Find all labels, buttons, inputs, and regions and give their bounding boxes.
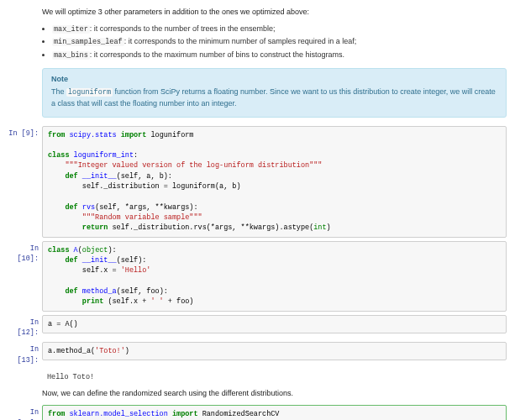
output-cell: Hello Toto! — [8, 370, 507, 386]
param-text: : it corresponds to the number of trees … — [90, 24, 276, 33]
input-prompt: In [12]: — [8, 315, 42, 339]
note-title: Note — [51, 74, 497, 86]
code-input[interactable]: a.method_a('Toto!') — [42, 342, 507, 360]
param-code: max_bins — [52, 51, 90, 60]
param-code: max_iter — [52, 25, 90, 34]
code-cell[interactable]: In [14]: from sklearn.model_selection im… — [8, 405, 507, 420]
input-prompt: In [14]: — [8, 405, 42, 420]
outro-text: Now, we can define the randomized search… — [42, 388, 507, 400]
code-block: a = A() — [48, 319, 501, 329]
code-cell[interactable]: In [12]: a = A() — [8, 315, 507, 339]
code-block: from sklearn.model_selection import Rand… — [48, 409, 501, 420]
list-item: max_bins: it corresponds to the maximum … — [52, 50, 507, 61]
code-input[interactable]: from sklearn.model_selection import Rand… — [42, 405, 507, 420]
note-body: The loguniform function from SciPy retur… — [51, 87, 497, 109]
note-box: Note The loguniform function from SciPy … — [42, 68, 507, 118]
code-cell[interactable]: In [9]: from scipy.stats import logunifo… — [8, 126, 507, 238]
list-item: min_samples_leaf: it corresponds to the … — [52, 36, 507, 48]
output-prompt — [8, 370, 42, 372]
param-code: min_samples_leaf — [52, 38, 124, 46]
intro-text: We will optimize 3 other parameters in a… — [42, 7, 507, 18]
code-cell[interactable]: In [13]: a.method_a('Toto!') — [8, 342, 507, 366]
note-code: loguniform — [66, 88, 113, 97]
params-list: max_iter: it corresponds to the number o… — [52, 24, 507, 61]
input-prompt: In [13]: — [8, 342, 42, 366]
code-block: a.method_a('Toto!') — [48, 346, 501, 356]
code-input[interactable]: class A(object): def __init__(self): sel… — [42, 241, 507, 312]
note-text: The — [51, 87, 66, 96]
input-prompt: In [10]: — [8, 241, 42, 265]
note-text: function from SciPy returns a floating n… — [51, 87, 496, 108]
param-text: : it corresponds to the minimum number o… — [124, 37, 357, 45]
output-text: Hello Toto! — [42, 370, 507, 386]
code-block: from scipy.stats import loguniform class… — [48, 130, 501, 234]
code-input[interactable]: from scipy.stats import loguniform class… — [42, 126, 507, 238]
code-cell[interactable]: In [10]: class A(object): def __init__(s… — [8, 241, 507, 312]
code-block: class A(object): def __init__(self): sel… — [48, 245, 501, 307]
param-text: : it corresponds to the maximum number o… — [90, 50, 344, 59]
input-prompt: In [9]: — [8, 126, 42, 139]
list-item: max_iter: it corresponds to the number o… — [52, 24, 507, 35]
code-input[interactable]: a = A() — [42, 315, 507, 333]
